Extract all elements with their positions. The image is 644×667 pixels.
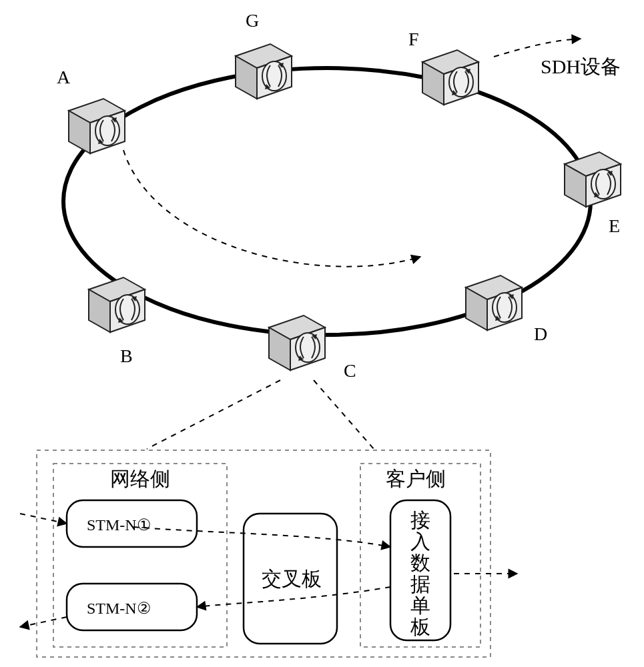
flow-stm1-to-access (133, 527, 390, 547)
stm-n-2-label: STM-N② (87, 600, 151, 617)
sdh-legend: SDH设备 (541, 55, 621, 77)
cross-label: 交叉板 (262, 568, 322, 590)
node-d-icon (466, 275, 522, 330)
flow-access-to-stm2 (197, 587, 390, 607)
node-a-icon (69, 99, 125, 153)
access-line3: 数 (410, 552, 430, 574)
client-side-label: 客户侧 (386, 468, 446, 490)
access-line2: 入 (410, 530, 430, 552)
node-e-label: E (609, 215, 620, 236)
node-g-label: G (246, 10, 259, 31)
network-side-box (53, 464, 227, 647)
detail-connector-right (314, 380, 374, 449)
node-d-label: D (534, 323, 547, 344)
network-side-label: 网络侧 (110, 468, 170, 490)
access-line5: 单 (410, 594, 430, 616)
flow-out-arrow (20, 617, 67, 627)
node-c-icon (269, 315, 325, 370)
access-line4: 据 (410, 573, 430, 595)
access-line6: 板 (410, 616, 430, 638)
ring-direction-arrow (123, 150, 420, 267)
sdh-pointer (494, 39, 581, 57)
detail-connector-left (147, 380, 280, 449)
node-g-icon (236, 44, 292, 99)
node-b-label: B (120, 346, 133, 366)
node-a-label: A (57, 67, 71, 87)
node-f-label: F (408, 29, 419, 49)
stm-n-1-label: STM-N① (87, 516, 151, 534)
node-b-icon (89, 277, 145, 332)
flow-in-arrow (20, 514, 67, 524)
node-c-label: C (344, 360, 356, 381)
access-line1: 接 (410, 509, 430, 531)
detail-box: 网络侧 STM-N① STM-N② 交叉板 客户侧 接 入 数 据 单 板 (20, 450, 517, 657)
node-e-icon (565, 152, 621, 207)
node-f-icon (422, 50, 478, 105)
